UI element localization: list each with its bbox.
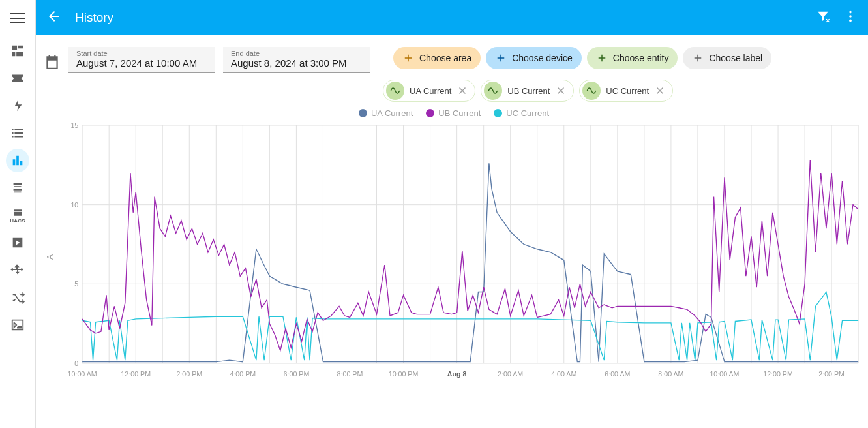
svg-text:Aug 8: Aug 8 <box>447 370 467 378</box>
sine-icon <box>582 82 601 100</box>
chart: A 05101510:00 AM12:00 PM2:00 PM4:00 PM6:… <box>63 122 861 383</box>
legend-label: UA Current <box>371 108 413 118</box>
chart-legend: UA CurrentUB CurrentUC Current <box>44 108 864 118</box>
svg-text:12:00 PM: 12:00 PM <box>763 370 793 378</box>
sidebar-item-shuffle[interactable] <box>6 286 29 309</box>
svg-text:15: 15 <box>70 122 78 129</box>
choose-device-chip[interactable]: Choose device <box>486 47 582 69</box>
sidebar: HACS <box>0 0 36 428</box>
kebab-menu[interactable] <box>843 9 858 26</box>
sidebar-item-logbook[interactable] <box>6 67 29 90</box>
svg-text:2:00 PM: 2:00 PM <box>818 370 845 378</box>
close-icon[interactable] <box>654 85 666 97</box>
svg-text:10:00 AM: 10:00 AM <box>68 370 97 378</box>
svg-text:6:00 AM: 6:00 AM <box>605 370 630 378</box>
svg-text:5: 5 <box>74 280 78 288</box>
page-title: History <box>75 10 113 25</box>
svg-text:2:00 AM: 2:00 AM <box>498 370 523 378</box>
y-axis-label: A <box>46 254 55 260</box>
filter-clear-icon[interactable] <box>816 9 830 26</box>
svg-text:4:00 PM: 4:00 PM <box>230 370 256 378</box>
sine-icon <box>386 82 404 100</box>
hamburger-menu[interactable] <box>10 10 25 26</box>
end-date-label: End date <box>231 50 362 57</box>
legend-dot <box>494 109 502 117</box>
start-date-label: Start date <box>76 50 207 57</box>
svg-text:8:00 AM: 8:00 AM <box>658 370 683 378</box>
svg-point-1 <box>849 15 852 18</box>
end-date-value: August 8, 2024 at 3:00 PM <box>231 57 362 69</box>
svg-text:4:00 AM: 4:00 AM <box>551 370 576 378</box>
legend-dot <box>426 109 434 117</box>
start-date-input[interactable]: Start date August 7, 2024 at 10:00 AM <box>68 47 215 73</box>
choose-area-chip[interactable]: Choose area <box>393 47 481 69</box>
sidebar-item-media[interactable] <box>6 231 29 254</box>
sidebar-item-list[interactable] <box>6 121 29 145</box>
sidebar-item-energy[interactable] <box>6 94 29 117</box>
entity-chip-row: UA CurrentUB CurrentUC Current <box>383 80 864 102</box>
entity-chip-label: UA Current <box>410 86 451 96</box>
close-icon[interactable] <box>555 85 567 97</box>
svg-text:2:00 PM: 2:00 PM <box>176 370 202 378</box>
entity-chip-label: UC Current <box>606 86 649 96</box>
legend-dot <box>359 109 367 117</box>
legend-item[interactable]: UC Current <box>494 108 549 118</box>
entity-chip: UB Current <box>481 80 574 102</box>
sidebar-item-history[interactable] <box>6 149 29 172</box>
sidebar-item-overview[interactable] <box>6 39 29 63</box>
main: History Start date August 7, 2024 at 10:… <box>36 0 868 428</box>
choose-entity-chip[interactable]: Choose entity <box>587 47 678 69</box>
legend-item[interactable]: UA Current <box>359 108 413 118</box>
back-button[interactable] <box>46 8 62 27</box>
start-date-value: August 7, 2024 at 10:00 AM <box>76 57 207 69</box>
svg-text:12:00 PM: 12:00 PM <box>121 370 151 378</box>
svg-text:10:00 AM: 10:00 AM <box>710 370 739 378</box>
svg-text:0: 0 <box>74 359 78 367</box>
svg-text:10: 10 <box>70 201 78 209</box>
svg-point-2 <box>849 20 852 22</box>
entity-chip: UA Current <box>383 80 475 102</box>
content: Start date August 7, 2024 at 10:00 AM En… <box>36 35 868 428</box>
sidebar-item-devtools[interactable] <box>6 176 29 200</box>
legend-label: UC Current <box>506 108 549 118</box>
sine-icon <box>484 82 502 100</box>
topbar: History <box>36 0 868 35</box>
legend-label: UB Current <box>438 108 481 118</box>
svg-point-0 <box>849 11 852 14</box>
close-icon[interactable] <box>456 85 468 97</box>
end-date-input[interactable]: End date August 8, 2024 at 3:00 PM <box>223 47 370 73</box>
svg-text:8:00 PM: 8:00 PM <box>337 370 363 378</box>
svg-text:10:00 PM: 10:00 PM <box>389 370 419 378</box>
sidebar-item-integrations[interactable] <box>6 258 29 282</box>
sidebar-item-hacs[interactable]: HACS <box>6 204 29 227</box>
choose-label-chip[interactable]: Choose label <box>683 47 771 69</box>
sidebar-item-terminal[interactable] <box>6 313 29 337</box>
entity-chip: UC Current <box>579 80 673 102</box>
calendar-icon <box>44 47 61 73</box>
legend-item[interactable]: UB Current <box>426 108 481 118</box>
svg-text:6:00 PM: 6:00 PM <box>284 370 310 378</box>
entity-chip-label: UB Current <box>507 86 550 96</box>
